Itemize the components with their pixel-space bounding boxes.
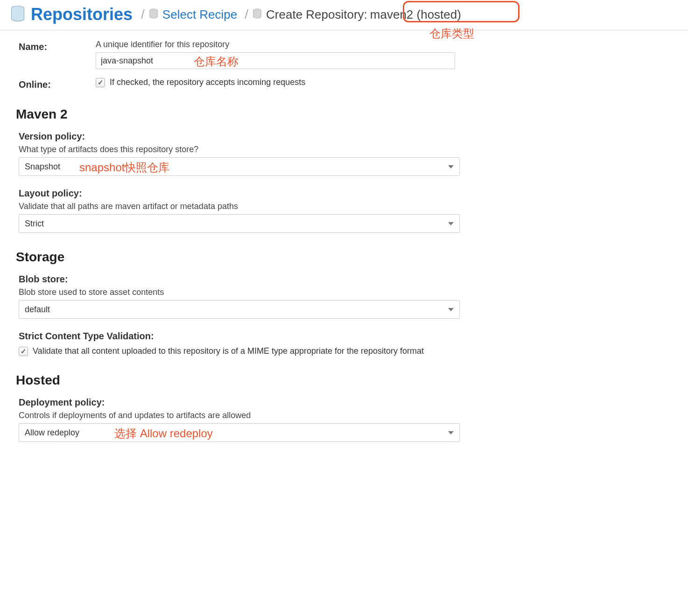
layout-policy-value: Strict: [25, 219, 44, 229]
version-policy-value: Snapshot: [25, 162, 60, 172]
layout-policy-help: Validate that all paths are maven artifa…: [19, 202, 669, 211]
strict-content-checkbox[interactable]: [19, 347, 28, 356]
breadcrumb: Repositories / Select Recipe / Create Re…: [0, 0, 688, 30]
online-row: Online: If checked, the repository accep…: [19, 77, 669, 90]
online-label: Online:: [19, 77, 96, 90]
database-icon: [252, 8, 262, 21]
breadcrumb-select-recipe[interactable]: Select Recipe: [162, 7, 237, 22]
version-policy-help: What type of artifacts does this reposit…: [19, 145, 669, 154]
breadcrumb-root[interactable]: Repositories: [31, 5, 133, 24]
online-text: If checked, the repository accepts incom…: [110, 77, 305, 87]
chevron-down-icon: [448, 431, 454, 434]
breadcrumb-create-label: Create Repository:: [266, 7, 367, 22]
version-policy-label: Version policy:: [19, 131, 669, 142]
database-icon: [9, 5, 26, 24]
online-checkbox[interactable]: [96, 78, 105, 87]
section-maven2-title: Maven 2: [16, 107, 669, 122]
chevron-down-icon: [448, 165, 454, 168]
layout-policy-block: Layout policy: Validate that all paths a…: [19, 188, 669, 233]
breadcrumb-separator: /: [141, 7, 145, 22]
name-row: Name: A unique identifier for this repos…: [19, 40, 669, 69]
chevron-down-icon: [448, 222, 454, 225]
strict-content-label: Strict Content Type Validation:: [19, 331, 669, 342]
breadcrumb-recipe: maven2 (hosted): [370, 7, 461, 22]
layout-policy-select[interactable]: Strict: [19, 214, 460, 233]
version-policy-block: Version policy: What type of artifacts d…: [19, 131, 669, 176]
version-policy-select[interactable]: Snapshot: [19, 157, 460, 176]
section-storage-title: Storage: [16, 250, 669, 265]
name-input[interactable]: [96, 52, 455, 69]
deployment-policy-block: Deployment policy: Controls if deploymen…: [19, 397, 669, 442]
name-help: A unique identifier for this repository: [96, 40, 669, 49]
breadcrumb-separator: /: [245, 7, 248, 22]
strict-content-block: Strict Content Type Validation: Validate…: [19, 331, 669, 356]
deployment-policy-label: Deployment policy:: [19, 397, 669, 408]
strict-content-text: Validate that all content uploaded to th…: [33, 346, 424, 356]
blob-store-label: Blob store:: [19, 274, 669, 285]
chevron-down-icon: [448, 308, 454, 311]
section-hosted-title: Hosted: [16, 373, 669, 388]
deployment-policy-value: Allow redeploy: [25, 428, 79, 438]
layout-policy-label: Layout policy:: [19, 188, 669, 199]
form-content: Name: A unique identifier for this repos…: [0, 30, 688, 463]
blob-store-select[interactable]: default: [19, 300, 460, 319]
blob-store-help: Blob store used to store asset contents: [19, 287, 669, 297]
name-label: Name:: [19, 40, 96, 52]
deployment-policy-help: Controls if deployments of and updates t…: [19, 411, 669, 420]
deployment-policy-select[interactable]: Allow redeploy: [19, 423, 460, 442]
blob-store-value: default: [25, 305, 50, 315]
database-icon: [148, 8, 159, 21]
blob-store-block: Blob store: Blob store used to store ass…: [19, 274, 669, 319]
